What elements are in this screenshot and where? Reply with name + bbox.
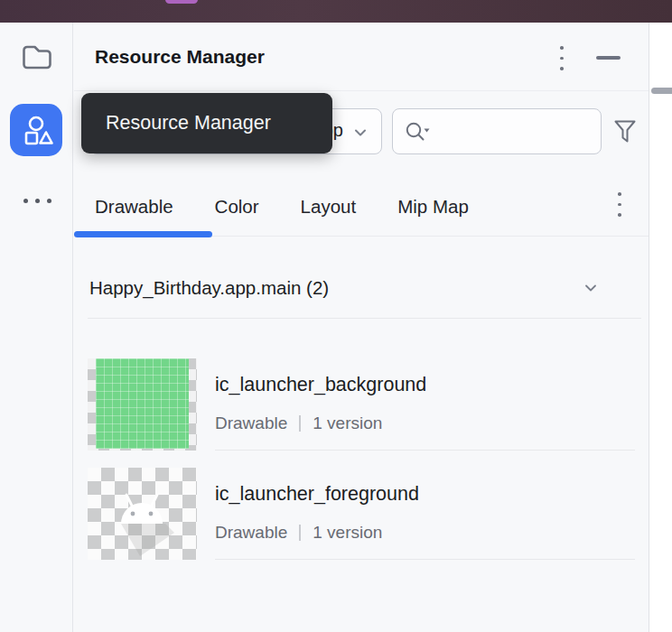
resource-info: ic_launcher_background Drawable 1 versio… [215, 358, 635, 451]
resource-name: ic_launcher_foreground [215, 483, 419, 506]
resource-meta: Drawable 1 version [215, 523, 382, 543]
scrollbar-thumb[interactable] [651, 88, 672, 94]
sidebar-item-more-tools[interactable] [18, 192, 56, 209]
tab-layout[interactable]: Layout [301, 196, 357, 218]
resource-meta: Drawable 1 version [215, 414, 382, 433]
resource-info: ic_launcher_foreground Drawable 1 versio… [215, 468, 635, 560]
panel-options-button[interactable] [556, 46, 567, 70]
folder-icon [21, 42, 53, 71]
resource-type: Drawable [215, 414, 287, 433]
tab-color[interactable]: Color [215, 196, 259, 218]
sidebar-item-project[interactable] [17, 39, 57, 75]
kebab-menu-icon [560, 46, 564, 70]
shapes-icon [18, 112, 54, 148]
panel-header: Resource Manager [74, 23, 649, 91]
hide-panel-button[interactable] [596, 56, 621, 60]
search-input[interactable] [435, 121, 601, 143]
tool-window-stripe [0, 23, 73, 632]
resource-type: Drawable [215, 523, 287, 543]
collapse-chevron-icon[interactable] [582, 279, 600, 297]
resource-thumbnail-green-grid [88, 358, 197, 451]
filter-button[interactable] [611, 116, 639, 147]
tabs-overflow-button[interactable] [614, 192, 625, 218]
more-dots-icon [23, 199, 51, 203]
android-studio-window: Resource Manager app [0, 0, 672, 632]
resource-group-title: Happy_Birthday.app.main (2) [89, 277, 329, 299]
active-file-tab-accent [165, 0, 198, 4]
resource-group-header[interactable]: Happy_Birthday.app.main (2) [89, 274, 329, 302]
category-tabs: Drawable Color Layout Mip Map [74, 177, 649, 237]
sidebar-item-resource-manager[interactable] [10, 104, 62, 156]
tooltip: Resource Manager [81, 93, 332, 153]
resource-version-count: 1 version [313, 414, 382, 433]
section-divider [88, 318, 641, 319]
meta-separator [299, 525, 301, 541]
filter-funnel-icon [613, 119, 637, 144]
tab-mipmap[interactable]: Mip Map [397, 196, 469, 218]
android-robot-icon [88, 468, 197, 560]
search-box[interactable] [392, 108, 602, 154]
resource-name: ic_launcher_background [215, 374, 426, 396]
resource-version-count: 1 version [313, 523, 382, 543]
editor-edge-strip [649, 23, 672, 632]
search-icon [405, 120, 432, 144]
resource-row-ic-launcher-background[interactable]: ic_launcher_background Drawable 1 versio… [88, 358, 635, 451]
chevron-down-icon [352, 125, 369, 141]
tab-drawable[interactable]: Drawable [95, 196, 173, 218]
meta-separator [299, 415, 301, 432]
kebab-menu-icon [618, 192, 621, 217]
tooltip-text: Resource Manager [106, 112, 271, 135]
resource-row-ic-launcher-foreground[interactable]: ic_launcher_foreground Drawable 1 versio… [88, 468, 635, 560]
window-title-bar [0, 0, 672, 23]
active-tab-indicator [74, 231, 212, 237]
page-title: Resource Manager [95, 46, 265, 68]
resource-thumbnail-android-robot [88, 468, 197, 560]
